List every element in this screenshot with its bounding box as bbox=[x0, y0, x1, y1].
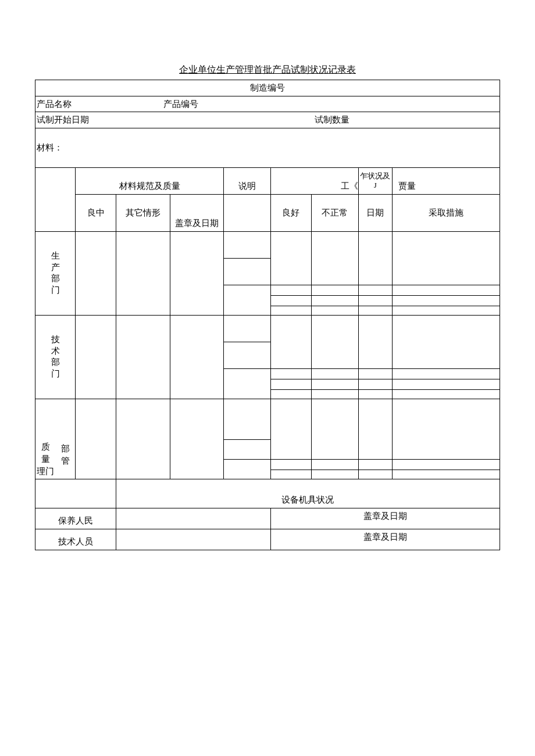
cell bbox=[116, 399, 170, 479]
cell bbox=[224, 459, 271, 479]
mfg-no-label: 制造编号 bbox=[250, 83, 285, 92]
col-good: 良好 bbox=[271, 194, 311, 231]
cell bbox=[271, 306, 311, 315]
cell bbox=[358, 306, 392, 315]
cell bbox=[358, 368, 392, 379]
material-row: 材料： bbox=[35, 128, 500, 167]
col-desc-sub bbox=[224, 194, 271, 231]
cell bbox=[392, 315, 500, 368]
cell bbox=[224, 315, 271, 342]
cell bbox=[76, 231, 116, 315]
cell bbox=[170, 231, 224, 315]
cell bbox=[271, 315, 311, 368]
cell bbox=[271, 231, 311, 285]
cell bbox=[116, 529, 270, 550]
cell bbox=[224, 439, 271, 459]
cell bbox=[358, 315, 392, 368]
cell bbox=[116, 231, 170, 315]
cell bbox=[271, 368, 311, 379]
col-work: 工《 bbox=[271, 167, 359, 194]
cell bbox=[224, 342, 271, 368]
row-qc-2: 部 管 bbox=[55, 399, 76, 479]
cell bbox=[311, 315, 358, 368]
product-no-label: 产品编号 bbox=[163, 99, 198, 109]
document-form: 企业单位生产管理首批产品试制状况记录表 制造编号 产品名称 产品编号 bbox=[0, 0, 535, 550]
cell bbox=[271, 295, 311, 306]
trial-start-label: 试制开始日期 bbox=[37, 115, 89, 124]
cell bbox=[170, 315, 224, 399]
cell bbox=[76, 315, 116, 399]
cell bbox=[271, 399, 311, 459]
cell bbox=[170, 399, 224, 479]
cell bbox=[271, 285, 311, 295]
cell bbox=[311, 399, 358, 459]
cell bbox=[311, 295, 358, 306]
cell bbox=[358, 285, 392, 295]
col-abnormal: 不正常 bbox=[311, 194, 358, 231]
cell bbox=[116, 315, 170, 399]
cell bbox=[271, 389, 311, 399]
cell bbox=[224, 285, 271, 315]
row-production: 生 产 部 门 bbox=[35, 231, 76, 315]
col-work-status: 乍状况及 J bbox=[358, 167, 392, 194]
cell bbox=[311, 470, 358, 479]
cell bbox=[358, 389, 392, 399]
cell bbox=[358, 399, 392, 459]
form-table: 制造编号 产品名称 产品编号 试制开始日期 试制数量 材料： bbox=[35, 80, 500, 550]
col-quality-frag: 贾量 bbox=[392, 167, 500, 194]
cell bbox=[392, 399, 500, 459]
cell bbox=[358, 295, 392, 306]
cell bbox=[392, 231, 500, 285]
row-technical: 技 术 部 门 bbox=[35, 315, 76, 399]
cell bbox=[311, 285, 358, 295]
row-header-blank bbox=[35, 167, 76, 231]
cell bbox=[311, 368, 358, 379]
cell bbox=[392, 379, 500, 389]
trial-qty-label: 试制数量 bbox=[315, 115, 349, 124]
cell bbox=[311, 459, 358, 470]
product-row: 产品名称 产品编号 bbox=[35, 96, 500, 112]
mfg-no-row: 制造编号 bbox=[35, 80, 500, 96]
product-name-label: 产品名称 bbox=[37, 99, 72, 109]
col-measures: 采取措施 bbox=[392, 194, 500, 231]
seal-2: 盖章及日期 bbox=[271, 529, 500, 550]
cell bbox=[224, 368, 271, 399]
cell bbox=[311, 389, 358, 399]
col-other-case: 其它情形 bbox=[116, 194, 170, 231]
cell bbox=[392, 306, 500, 315]
cell bbox=[271, 459, 311, 470]
cell bbox=[76, 399, 116, 479]
col-date: 日期 bbox=[358, 194, 392, 231]
cell bbox=[358, 231, 392, 285]
col-desc: 说明 bbox=[224, 167, 271, 194]
cell bbox=[311, 306, 358, 315]
row-maintenance: 保养人民 bbox=[35, 508, 116, 529]
row-qc-1: 质 量 理门 bbox=[35, 399, 56, 479]
cell bbox=[224, 399, 271, 439]
cell bbox=[116, 508, 270, 529]
col-good-mid: 良中 bbox=[76, 194, 116, 231]
row-tech-person: 技术人员 bbox=[35, 529, 116, 550]
col-material-spec: 材料规范及质量 bbox=[76, 167, 224, 194]
cell bbox=[224, 231, 271, 258]
trial-row: 试制开始日期 试制数量 bbox=[35, 112, 500, 128]
material-label: 材料： bbox=[37, 143, 63, 152]
cell bbox=[358, 459, 392, 470]
document-title: 企业单位生产管理首批产品试制状况记录表 bbox=[35, 64, 500, 76]
cell bbox=[392, 470, 500, 479]
cell bbox=[271, 470, 311, 479]
col-seal-date: 盖章及日期 bbox=[170, 194, 224, 231]
cell bbox=[311, 231, 358, 285]
cell bbox=[358, 379, 392, 389]
cell bbox=[392, 459, 500, 470]
cell bbox=[392, 368, 500, 379]
cell bbox=[392, 285, 500, 295]
equip-label-blank bbox=[35, 479, 116, 508]
cell bbox=[271, 379, 311, 389]
cell bbox=[224, 258, 271, 285]
cell bbox=[311, 379, 358, 389]
cell bbox=[392, 389, 500, 399]
seal-1: 盖章及日期 bbox=[271, 508, 500, 529]
cell bbox=[392, 295, 500, 306]
cell bbox=[358, 470, 392, 479]
